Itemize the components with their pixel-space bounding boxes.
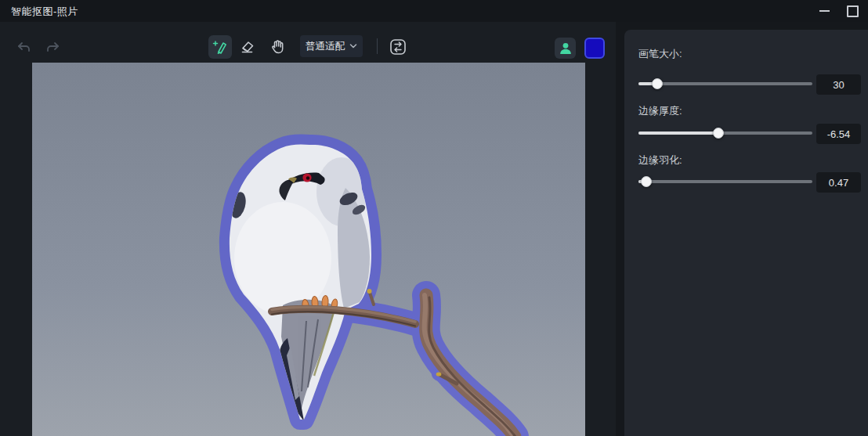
brush-size-label: 画笔大小: (638, 47, 682, 61)
edge-thickness-slider[interactable] (638, 132, 812, 135)
fit-mode-value: 普通适配 (306, 40, 345, 53)
edge-thickness-slider-fill (638, 132, 718, 135)
edge-thickness-label: 边缘厚度: (638, 104, 682, 118)
eraser-icon (239, 38, 256, 56)
mask-color-swatch[interactable] (584, 38, 605, 59)
portrait-mask-button[interactable] (555, 38, 576, 59)
toolbar-divider (377, 38, 378, 54)
hand-tool-button[interactable] (267, 37, 288, 57)
chevron-down-icon (349, 43, 357, 49)
undo-icon (16, 40, 32, 56)
brush-size-value[interactable]: 30 (816, 74, 861, 95)
hand-icon (269, 38, 286, 56)
edge-feather-slider-thumb[interactable] (641, 176, 652, 187)
maximize-button[interactable] (841, 3, 863, 19)
edge-feather-slider[interactable] (638, 180, 812, 183)
redo-icon (45, 40, 60, 56)
person-icon (558, 41, 573, 56)
brush-plus-icon (212, 38, 229, 56)
swap-view-button[interactable] (388, 37, 408, 57)
eraser-tool-button[interactable] (237, 37, 258, 57)
edge-thickness-value[interactable]: -6.54 (816, 124, 861, 144)
canvas-area: 普通适配 (0, 22, 616, 436)
bird-photo (32, 63, 585, 436)
window-title: 智能抠图-照片 (11, 5, 78, 19)
maximize-icon (847, 5, 859, 17)
edge-feather-label: 边缘羽化: (638, 153, 682, 168)
brush-size-slider[interactable] (638, 82, 812, 85)
redo-button[interactable] (44, 39, 61, 56)
brush-tool-button[interactable] (208, 35, 232, 59)
brush-size-slider-thumb[interactable] (652, 78, 663, 89)
undo-button[interactable] (16, 39, 33, 56)
minimize-button[interactable] (813, 3, 835, 19)
photo-canvas[interactable] (32, 63, 585, 436)
minimize-icon (819, 10, 830, 12)
title-bar: 智能抠图-照片 (0, 0, 868, 22)
fit-mode-dropdown[interactable]: 普通适配 (300, 35, 363, 57)
edge-feather-value[interactable]: 0.47 (816, 172, 861, 193)
settings-panel: 画笔大小: 30 边缘厚度: -6.54 边缘羽化: 0.47 (624, 30, 868, 436)
edge-thickness-slider-thumb[interactable] (713, 128, 724, 139)
swap-icon (389, 38, 407, 56)
